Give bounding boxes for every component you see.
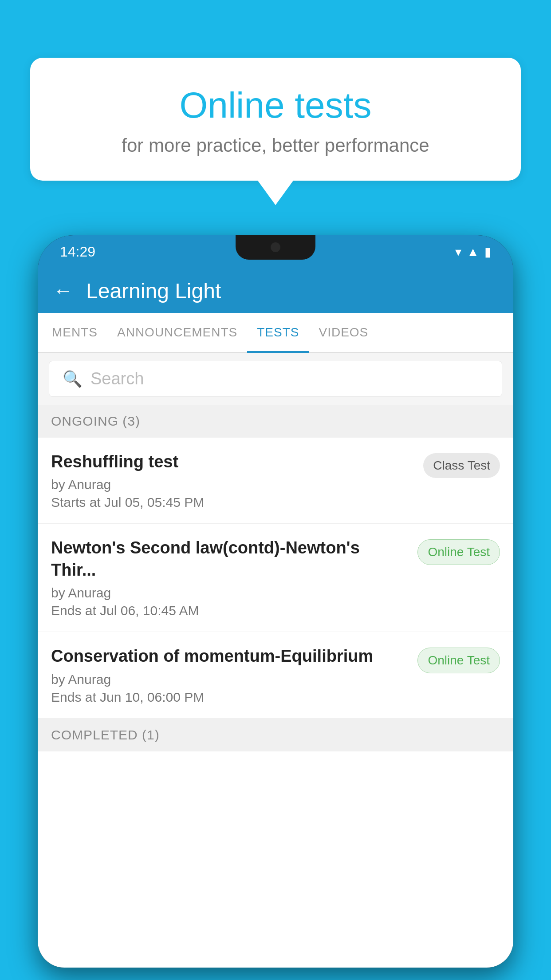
test-item[interactable]: Newton's Second law(contd)-Newton's Thir… [38, 524, 513, 632]
search-placeholder: Search [91, 369, 144, 388]
online-test-badge: Online Test [417, 648, 500, 673]
search-bar[interactable]: 🔍 Search [49, 361, 502, 397]
test-name: Reshuffling test [51, 451, 414, 473]
completed-section-header: COMPLETED (1) [38, 719, 513, 751]
bubble-subtitle: for more practice, better performance [52, 135, 499, 156]
battery-icon: ▮ [484, 245, 491, 259]
test-item[interactable]: Conservation of momentum-Equilibrium by … [38, 632, 513, 718]
tab-tests[interactable]: TESTS [247, 313, 309, 352]
test-name: Newton's Second law(contd)-Newton's Thir… [51, 537, 409, 581]
phone-notch [236, 235, 315, 260]
search-container: 🔍 Search [38, 353, 513, 405]
tab-videos[interactable]: VIDEOS [309, 313, 378, 352]
signal-icon: ▲ [467, 245, 479, 259]
test-list: Reshuffling test by Anurag Starts at Jul… [38, 438, 513, 719]
status-time: 14:29 [60, 244, 95, 260]
test-item[interactable]: Reshuffling test by Anurag Starts at Jul… [38, 438, 513, 524]
app-header: ← Learning Light [38, 269, 513, 313]
test-name: Conservation of momentum-Equilibrium [51, 645, 409, 667]
search-icon: 🔍 [63, 370, 83, 388]
test-info: Reshuffling test by Anurag Starts at Jul… [51, 451, 423, 510]
tabs-container: MENTS ANNOUNCEMENTS TESTS VIDEOS [38, 313, 513, 353]
speech-bubble-tail [258, 181, 293, 205]
back-button[interactable]: ← [53, 280, 73, 302]
tab-announcements[interactable]: ANNOUNCEMENTS [107, 313, 247, 352]
class-test-badge: Class Test [423, 453, 500, 478]
test-time: Ends at Jun 10, 06:00 PM [51, 690, 409, 705]
test-info: Newton's Second law(contd)-Newton's Thir… [51, 537, 417, 618]
wifi-icon: ▾ [455, 245, 461, 259]
tab-ments[interactable]: MENTS [42, 313, 107, 352]
phone-content: MENTS ANNOUNCEMENTS TESTS VIDEOS 🔍 Searc… [38, 313, 513, 968]
phone-frame: 14:29 ▾ ▲ ▮ ← Learning Light MENTS ANNOU… [38, 235, 513, 968]
test-time: Ends at Jul 06, 10:45 AM [51, 603, 409, 618]
test-time: Starts at Jul 05, 05:45 PM [51, 495, 414, 510]
test-author: by Anurag [51, 585, 409, 601]
online-test-badge: Online Test [417, 539, 500, 565]
speech-bubble-section: Online tests for more practice, better p… [30, 58, 521, 205]
speech-bubble: Online tests for more practice, better p… [30, 58, 521, 181]
test-author: by Anurag [51, 672, 409, 687]
app-title: Learning Light [86, 279, 221, 303]
ongoing-section-header: ONGOING (3) [38, 405, 513, 438]
camera [271, 242, 280, 252]
bubble-title: Online tests [52, 84, 499, 126]
phone-container: 14:29 ▾ ▲ ▮ ← Learning Light MENTS ANNOU… [38, 235, 513, 980]
test-author: by Anurag [51, 477, 414, 492]
status-icons: ▾ ▲ ▮ [455, 245, 491, 259]
test-info: Conservation of momentum-Equilibrium by … [51, 645, 417, 704]
